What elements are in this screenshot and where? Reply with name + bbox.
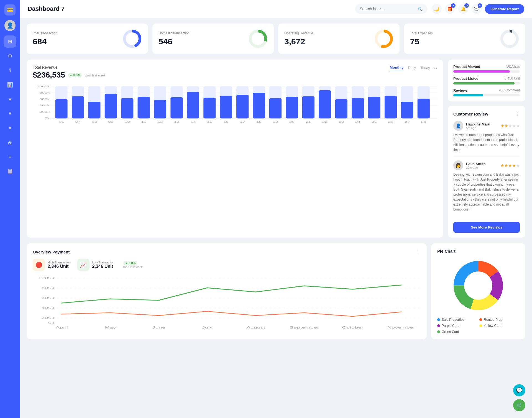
svg-text:16: 16	[223, 121, 229, 124]
review-more-btn[interactable]: ⋮	[515, 111, 520, 117]
donut-chart-3	[374, 29, 393, 48]
legend-label-green: Green Card	[442, 330, 459, 334]
legend-rented-prop: Rented Prop	[479, 318, 519, 322]
sidebar-logo[interactable]: 💳	[4, 4, 16, 16]
sidebar-item-reports[interactable]: 📋	[4, 165, 16, 177]
svg-rect-61	[352, 98, 364, 119]
legend-dot-rented	[479, 318, 482, 321]
sidebar-item-heart2[interactable]: ♥	[4, 122, 16, 134]
metric-name-1: Product Viewed	[453, 65, 480, 69]
search-box[interactable]: 🔍	[355, 4, 427, 14]
svg-rect-48	[138, 97, 150, 118]
revenue-card: Total Revenue $236,535 ▲0.8% than last w…	[27, 60, 443, 238]
svg-rect-62	[368, 97, 380, 118]
metric-header-1: Product Viewed 561/days	[453, 65, 520, 69]
svg-text:October: October	[342, 326, 364, 329]
bell-badge: 12	[464, 3, 469, 8]
generate-report-button[interactable]: Generate Report	[485, 4, 524, 14]
svg-text:1000k: 1000k	[38, 276, 55, 279]
reviewer-2: 👩 Bella Smith 20m ago ★★★★★	[453, 160, 520, 170]
avatar[interactable]: 👤	[4, 20, 16, 31]
bottom-row: Overview Payment ⋮ 🔴 High Transaction 2,…	[27, 243, 525, 339]
svg-rect-60	[335, 99, 347, 118]
search-input[interactable]	[360, 7, 415, 11]
svg-text:24: 24	[355, 121, 360, 124]
revenue-tabs: Monthly Daily Today ⋯	[390, 65, 437, 71]
tab-daily[interactable]: Daily	[408, 66, 416, 71]
high-transaction-value: 2,346 Unit	[48, 264, 71, 269]
svg-text:600k: 600k	[41, 296, 55, 299]
svg-text:400k: 400k	[39, 104, 50, 107]
metric-name-3: Reviews	[453, 88, 468, 93]
review-card: Customer Review ⋮ 👤 Hawkins Maru 5m ago	[448, 106, 525, 238]
svg-text:21: 21	[306, 121, 311, 124]
chat-float-btn[interactable]: 💬	[513, 384, 525, 396]
metric-name-2: Product Listed	[453, 76, 479, 81]
content-area: Inter. transaction 684 Domestic transact…	[20, 18, 532, 345]
see-more-reviews-button[interactable]: See More Reviews	[453, 222, 520, 233]
reviewer-avatar-2: 👩	[453, 160, 463, 170]
legend-dot-purple	[437, 324, 440, 327]
svg-text:08: 08	[92, 121, 97, 124]
svg-rect-50	[170, 97, 183, 118]
gift-icon-btn[interactable]: 🎁 2	[445, 4, 455, 14]
cart-float-btn[interactable]: 🛒	[513, 399, 525, 411]
svg-text:July: July	[202, 326, 213, 329]
message-icon-btn[interactable]: 💬 5	[472, 4, 482, 14]
low-transaction-box: 📈 Low Transaction 2,346 Unit	[77, 259, 114, 271]
sidebar-item-menu[interactable]: ≡	[4, 151, 16, 163]
svg-text:0k: 0k	[48, 321, 55, 324]
reviewer-time-2: 20m ago	[466, 166, 486, 169]
svg-text:27: 27	[405, 121, 410, 124]
sidebar-item-analytics[interactable]: 📊	[4, 79, 16, 91]
tab-today[interactable]: Today	[420, 66, 430, 71]
stat-label-2: Domestic transaction	[158, 31, 190, 35]
reviewer-info-2: Bella Smith 20m ago	[466, 162, 486, 169]
svg-text:09: 09	[108, 121, 113, 124]
stat-value-3: 3,672	[284, 37, 313, 46]
pie-chart-title: Pie Chart	[437, 249, 519, 253]
sidebar-item-print[interactable]: 🖨	[4, 136, 16, 148]
reviewer-time-1: 5m ago	[466, 126, 490, 130]
svg-text:17: 17	[240, 121, 245, 124]
sidebar-item-info[interactable]: ℹ	[4, 64, 16, 76]
svg-text:12: 12	[158, 121, 163, 124]
payment-more-btn[interactable]: ⋮	[416, 249, 421, 255]
more-menu-btn[interactable]: ⋯	[432, 65, 437, 71]
low-transaction-icon: 📈	[77, 259, 89, 271]
metric-value-3: 456 Comment	[499, 88, 520, 93]
review-card-header: Customer Review ⋮	[453, 111, 520, 117]
sidebar-item-likes[interactable]: ♥	[4, 107, 16, 120]
svg-text:23: 23	[339, 121, 344, 124]
svg-rect-52	[203, 98, 216, 119]
stat-label-3: Operating Revenue	[284, 31, 313, 35]
svg-rect-59	[319, 90, 331, 118]
metric-header-3: Reviews 456 Comment	[453, 88, 520, 93]
legend-yellow-card: Yellow Card	[479, 324, 519, 328]
svg-rect-58	[302, 96, 314, 118]
bar-chart-area: 1000k 800k 600k 400k 200k 0k	[33, 84, 437, 129]
high-transaction-label: High Transaction	[48, 261, 71, 264]
tab-monthly[interactable]: Monthly	[390, 65, 404, 71]
stat-cards-row: Inter. transaction 684 Domestic transact…	[27, 24, 525, 54]
pie-legend: Sale Properties Rented Prop Purple Card …	[437, 318, 519, 334]
svg-point-113	[464, 272, 492, 299]
svg-rect-51	[187, 92, 199, 118]
sidebar-item-settings[interactable]: ⚙	[4, 50, 16, 62]
svg-text:May: May	[104, 326, 116, 329]
bell-icon-btn[interactable]: 🔔 12	[458, 4, 468, 14]
page-title: Dashboard 7	[28, 5, 351, 12]
legend-label-yellow: Yellow Card	[484, 324, 502, 328]
low-transaction-label: Low Transaction	[92, 261, 114, 264]
theme-toggle-btn[interactable]: 🌙	[432, 4, 442, 14]
sidebar-item-favorites[interactable]: ★	[4, 93, 16, 105]
pie-chart-svg	[451, 258, 506, 313]
payment-badge: ▲0.8% than last week	[123, 261, 143, 269]
review-card-title: Customer Review	[453, 112, 488, 116]
metric-header-2: Product Listed 3,456 Unit	[453, 76, 520, 81]
sidebar-item-dashboard[interactable]: ⊞	[4, 35, 16, 48]
svg-text:14: 14	[190, 121, 196, 124]
metric-fill-3	[453, 94, 483, 96]
svg-text:April: April	[56, 326, 68, 329]
donut-chart-1	[122, 29, 142, 48]
